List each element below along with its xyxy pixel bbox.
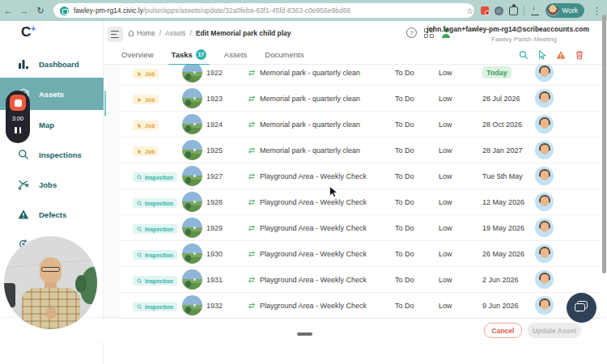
task-type-badge: Inspection (133, 224, 177, 234)
task-due-date: 26 May 2026 (482, 250, 524, 258)
task-due-date: 28 Oct 2026 (482, 121, 522, 129)
table-row[interactable]: Inspection 1928 Playground Area - Weekly… (120, 189, 600, 215)
browser-profile-chip[interactable]: Work (545, 3, 584, 18)
browser-reload-icon[interactable]: ↻ (32, 6, 49, 16)
task-name: Memorial park - quarterly clean (260, 95, 360, 103)
task-due-date: 12 May 2026 (482, 198, 524, 206)
assignee-avatar[interactable] (535, 296, 554, 315)
webcam-overlay (4, 236, 97, 329)
browser-back-icon[interactable]: ← (0, 6, 16, 15)
browser-forward-icon[interactable]: → (16, 6, 32, 15)
task-name: Memorial park - quarterly clean (260, 69, 360, 77)
app-window: C+ Dashboard Assets Map Inspections Jobs (0, 21, 607, 364)
tab-tasks[interactable]: Tasks17 (168, 45, 210, 65)
tab-assets[interactable]: Assets (221, 45, 251, 65)
recurring-icon (248, 69, 256, 77)
delete-trash-icon[interactable] (575, 50, 584, 60)
help-icon[interactable]: ? (406, 28, 417, 38)
task-name: Playground Area - Weekly Check (260, 276, 367, 284)
sidebar-item-inspections[interactable]: Inspections (0, 140, 104, 169)
task-priority: Low (439, 146, 482, 154)
task-table-body: Job 1922 Memorial park - quarterly clean… (120, 65, 600, 340)
search-icon[interactable] (519, 50, 528, 60)
table-row[interactable]: Inspection 1927 Playground Area - Weekly… (120, 163, 600, 189)
drag-handle[interactable] (297, 332, 312, 336)
pause-recording-button[interactable] (15, 127, 21, 133)
assignee-avatar[interactable] (535, 89, 554, 108)
task-id: 1931 (203, 276, 248, 284)
address-bar[interactable]: fawley-pm-rg14.civic.ly/pulse/apps/asset… (53, 3, 474, 18)
task-priority: Low (439, 276, 482, 284)
task-priority: Low (439, 69, 482, 77)
assignee-avatar[interactable] (535, 218, 554, 237)
task-priority: Low (439, 172, 482, 180)
task-priority: Low (439, 224, 482, 232)
task-due-date: Today (482, 66, 511, 78)
table-row[interactable]: Job 1923 Memorial park - quarterly clean… (120, 86, 600, 112)
main-panel: Home / Assets / Edit Memorial park child… (104, 21, 607, 364)
account-info[interactable]: john.fagan+fawley-pm-rg14@scribeaccounts… (427, 25, 589, 43)
asset-thumbnail (182, 114, 202, 134)
tab-overview[interactable]: Overview (118, 45, 157, 65)
assignee-avatar[interactable] (535, 115, 554, 133)
assignee-avatar[interactable] (535, 193, 554, 211)
task-status: To Do (395, 146, 439, 154)
app-logo[interactable]: C+ (21, 24, 36, 40)
task-name-cell: Playground Area - Weekly Check (248, 302, 395, 310)
browser-scrollbar[interactable] (602, 15, 606, 273)
task-name: Playground Area - Weekly Check (260, 302, 367, 310)
assignee-avatar[interactable] (535, 141, 554, 159)
assignee-avatar[interactable] (535, 270, 554, 289)
breadcrumb-assets[interactable]: Assets (165, 29, 186, 37)
sidebar-item-dashboard[interactable]: Dashboard (0, 49, 104, 78)
table-row[interactable]: Job 1925 Memorial park - quarterly clean… (120, 138, 600, 163)
task-type-badge: Inspection (133, 172, 177, 182)
task-name: Memorial park - quarterly clean (260, 146, 360, 154)
table-row[interactable]: Job 1922 Memorial park - quarterly clean… (120, 65, 600, 86)
assignee-avatar[interactable] (535, 65, 554, 82)
job-pointer-icon (137, 97, 142, 103)
table-row[interactable]: Inspection 1932 Playground Area - Weekly… (120, 293, 600, 319)
task-id: 1932 (203, 302, 248, 310)
assignee-avatar[interactable] (535, 244, 554, 263)
select-cursor-icon[interactable] (537, 50, 547, 60)
stop-recording-button[interactable] (10, 95, 26, 111)
sidebar-item-defects[interactable]: Defects (0, 200, 104, 229)
recording-widget[interactable]: 3:00 (6, 91, 30, 143)
breadcrumb-home[interactable]: Home (128, 29, 155, 37)
downloads-icon[interactable] (530, 6, 540, 15)
extensions-puzzle-icon[interactable] (509, 6, 518, 15)
bookmark-star-icon[interactable]: ☆ (466, 6, 473, 15)
tab-documents[interactable]: Documents (261, 45, 307, 65)
asset-thumbnail (182, 192, 202, 212)
table-row[interactable]: Inspection 1931 Playground Area - Weekly… (120, 267, 600, 293)
browser-menu-icon[interactable]: ⋮ (590, 6, 604, 16)
cancel-button[interactable]: Cancel (484, 323, 522, 338)
sidebar-item-jobs[interactable]: Jobs (0, 170, 104, 199)
update-asset-button[interactable]: Update Asset (528, 323, 581, 338)
collapse-menu-button[interactable] (108, 27, 123, 42)
extension-icon-red[interactable] (481, 6, 489, 15)
asset-thumbnail (182, 88, 202, 108)
assignee-avatar[interactable] (535, 167, 554, 185)
task-status: To Do (395, 95, 439, 103)
chat-widget-button[interactable] (567, 293, 596, 323)
task-status: To Do (395, 172, 439, 180)
task-name-cell: Playground Area - Weekly Check (248, 224, 395, 232)
url-text: fawley-pm-rg14.civic.ly/pulse/apps/asset… (74, 6, 350, 15)
job-pointer-icon (137, 149, 142, 154)
extension-icon-circle[interactable] (495, 6, 503, 15)
task-id: 1924 (203, 121, 248, 129)
task-due-date: 28 Jul 2026 (482, 95, 520, 103)
task-status: To Do (395, 121, 439, 129)
recurring-icon (248, 121, 256, 129)
warning-icon[interactable] (556, 50, 566, 60)
task-priority: Low (439, 250, 482, 258)
table-row[interactable]: Job 1924 Memorial park - quarterly clean… (120, 112, 600, 138)
mouse-cursor (329, 186, 338, 198)
inner-scrollbar[interactable] (104, 91, 107, 116)
task-priority: Low (439, 95, 482, 103)
table-row[interactable]: Inspection 1930 Playground Area - Weekly… (120, 241, 600, 267)
breadcrumb: Home / Assets / Edit Memorial park child… (128, 29, 291, 37)
table-row[interactable]: Inspection 1929 Playground Area - Weekly… (120, 215, 600, 241)
